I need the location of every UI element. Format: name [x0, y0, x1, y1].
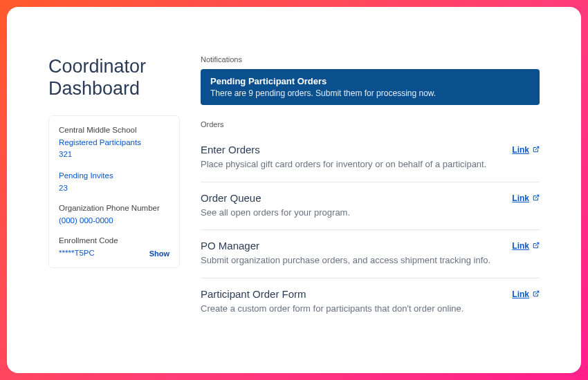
order-title: Participant Order Form	[201, 288, 498, 300]
order-link[interactable]: Link	[512, 240, 540, 251]
order-desc: See all open orders for your program.	[201, 207, 498, 219]
order-item: Enter Orders Place physical gift card or…	[201, 134, 540, 182]
order-link[interactable]: Link	[512, 144, 540, 155]
svg-line-3	[535, 291, 539, 294]
orders-list: Enter Orders Place physical gift card or…	[201, 134, 540, 325]
svg-line-0	[535, 146, 539, 150]
order-title: PO Manager	[201, 240, 498, 251]
notification-banner[interactable]: Pending Participant Orders There are 9 p…	[201, 69, 540, 105]
registered-participants-link[interactable]: Registered Participants	[59, 137, 169, 149]
notifications-heading: Notifications	[201, 55, 540, 64]
org-name: Central Middle School	[59, 126, 169, 134]
pending-invites-label: Pending Invites	[59, 171, 113, 180]
order-desc: Create a custom order form for participa…	[201, 303, 498, 315]
external-link-icon	[533, 145, 540, 155]
order-link[interactable]: Link	[512, 288, 540, 299]
pending-invites-count[interactable]: 23	[59, 182, 169, 194]
enrollment-code-value: *****T5PC	[59, 247, 95, 259]
order-link[interactable]: Link	[512, 192, 540, 203]
svg-line-1	[535, 195, 539, 198]
pending-invites-link[interactable]: Pending Invites	[59, 170, 169, 182]
svg-line-2	[535, 243, 539, 246]
external-link-icon	[533, 289, 540, 299]
notification-body: There are 9 pending orders. Submit them …	[210, 88, 530, 98]
order-link-label: Link	[512, 241, 529, 251]
order-item: Order Queue See all open orders for your…	[201, 182, 540, 231]
order-link-label: Link	[512, 289, 529, 299]
registered-participants-label: Registered Participants	[59, 138, 141, 146]
order-item: Participant Order Form Create a custom o…	[201, 278, 540, 326]
order-title: Order Queue	[201, 192, 498, 204]
external-link-icon	[533, 241, 540, 251]
enrollment-code-label: Enrollment Code	[59, 236, 169, 245]
org-card: Central Middle School Registered Partici…	[48, 115, 180, 269]
order-link-label: Link	[512, 145, 529, 155]
main-content: Notifications Pending Participant Orders…	[201, 55, 540, 352]
external-link-icon	[533, 193, 540, 203]
order-desc: Place physical gift card orders for inve…	[201, 158, 498, 171]
orders-heading: Orders	[201, 120, 540, 129]
page-title: Coordinator Dashboard	[48, 55, 180, 100]
order-desc: Submit organization purchase orders, and…	[201, 254, 498, 267]
sidebar: Coordinator Dashboard Central Middle Sch…	[48, 55, 180, 352]
show-button[interactable]: Show	[149, 249, 169, 258]
app-window: Coordinator Dashboard Central Middle Sch…	[7, 7, 581, 373]
registered-participants-count[interactable]: 321	[59, 149, 169, 160]
phone-value[interactable]: (000) 000-0000	[59, 215, 169, 227]
phone-label: Organization Phone Number	[59, 204, 169, 212]
order-link-label: Link	[512, 193, 529, 203]
order-item: PO Manager Submit organization purchase …	[201, 230, 540, 278]
notification-title: Pending Participant Orders	[210, 76, 530, 86]
order-title: Enter Orders	[201, 144, 498, 155]
